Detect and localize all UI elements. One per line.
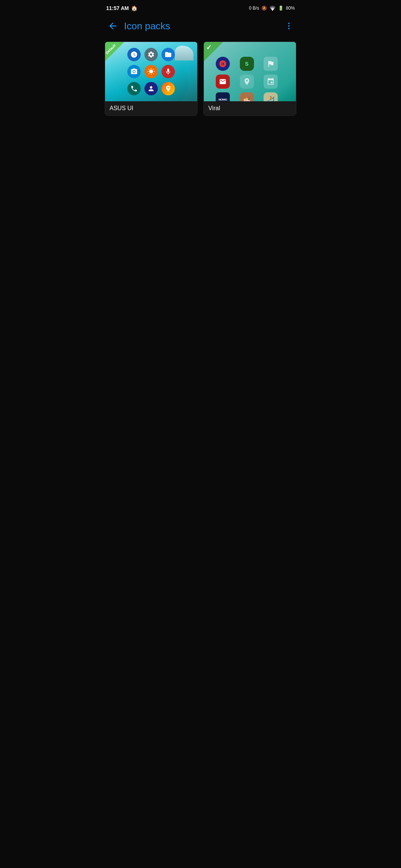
- viral-icon-4: [216, 75, 230, 89]
- page-title: Icon packs: [124, 20, 281, 32]
- viral-icon-9-emoji: 🏄: [267, 96, 274, 102]
- viral-icon-3: [264, 57, 278, 71]
- asus-icon-contacts: [144, 82, 158, 95]
- overflow-menu-button[interactable]: [281, 19, 296, 33]
- asus-ui-preview: Default: [105, 42, 197, 101]
- asus-icon-settings: [144, 48, 158, 61]
- viral-icon-2: S: [240, 57, 254, 71]
- icon-pack-card-viral[interactable]: ✓ S: [203, 42, 296, 116]
- asus-icon-clock: [127, 48, 141, 61]
- notification-icon: 🔕: [261, 6, 267, 11]
- svg-point-3: [288, 28, 290, 29]
- asus-icon-weather: [144, 65, 158, 78]
- svg-point-2: [288, 25, 290, 27]
- battery-percent: 80%: [286, 6, 295, 11]
- viral-icon-9: 🏄: [264, 92, 278, 101]
- asus-icon-files: [162, 48, 175, 61]
- status-bar: 11:57 AM 🏠 0 B/s 🔕 🔋 80%: [100, 0, 301, 15]
- asus-ui-label: ASUS UI: [105, 101, 197, 115]
- asus-icon-camera: [127, 65, 141, 78]
- viral-icon-8-emoji: 🍜: [243, 96, 251, 102]
- wifi-icon: [269, 6, 276, 11]
- asus-icons-grid: [120, 42, 182, 101]
- status-right-group: 0 B/s 🔕 🔋 80%: [249, 6, 295, 11]
- battery-icon: 🔋: [278, 6, 284, 11]
- viral-icon-6: [264, 75, 278, 89]
- viral-icon-nomo: NOMO: [216, 92, 230, 101]
- viral-icon-5: [240, 75, 254, 89]
- home-icon: 🏠: [131, 5, 137, 11]
- icon-packs-grid: Default: [100, 37, 301, 120]
- viral-nomo-text: NOMO: [219, 98, 227, 101]
- viral-preview: ✓ S: [204, 42, 296, 101]
- network-speed: 0 B/s: [249, 6, 259, 11]
- viral-icon-8: 🍜: [240, 92, 254, 101]
- status-time-group: 11:57 AM 🏠: [106, 5, 137, 11]
- svg-point-1: [288, 23, 290, 24]
- viral-check-mark: ✓: [206, 44, 212, 51]
- asus-icon-mic: [162, 65, 175, 78]
- viral-icon-2-text: S: [245, 61, 248, 67]
- back-button[interactable]: [105, 18, 121, 34]
- asus-icon-phone: [127, 82, 141, 95]
- asus-icon-maps: [162, 82, 175, 95]
- app-bar: Icon packs: [100, 15, 301, 37]
- viral-label: Viral: [204, 101, 296, 115]
- icon-pack-card-asus-ui[interactable]: Default: [105, 42, 198, 116]
- status-time: 11:57 AM: [106, 5, 129, 11]
